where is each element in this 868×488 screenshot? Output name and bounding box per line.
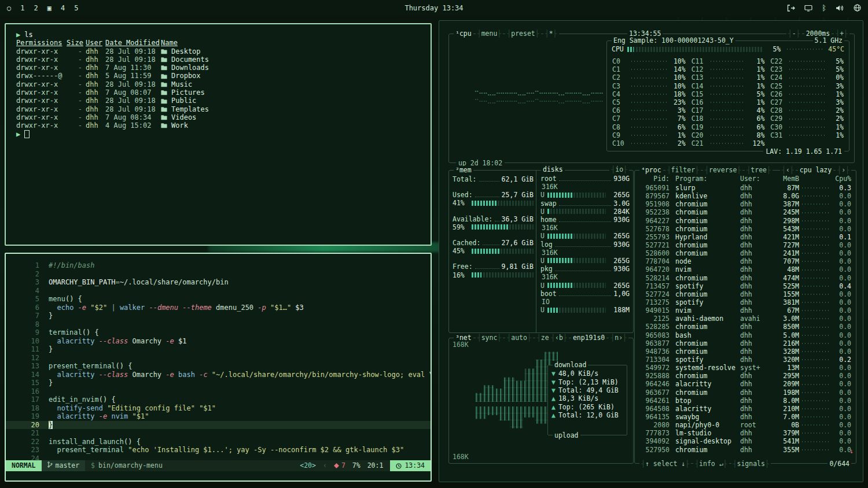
- process-mem: 543M: [774, 225, 799, 233]
- git-icon: [334, 463, 339, 468]
- editor-line[interactable]: 8: [6, 320, 431, 329]
- editor-line[interactable]: 1#!/bin/bash: [6, 261, 431, 270]
- workspace-indicator[interactable]: ○: [7, 4, 11, 12]
- preset-star[interactable]: *: [543, 29, 559, 38]
- editor-line[interactable]: 17edit_in_nvim() {: [6, 395, 431, 404]
- sort-prev-button[interactable]: ‹: [780, 166, 796, 174]
- process-row[interactable]: 948736chromiumdhh328M0.0: [639, 347, 851, 356]
- preset-button[interactable]: preset: [505, 29, 540, 38]
- process-row[interactable]: 777873lm-studiodhh379M0.0: [639, 429, 851, 437]
- process-row[interactable]: 965083bashdhh5.0M0.0: [639, 331, 851, 339]
- editor-line[interactable]: 6 echo -e "$2" | walker --dmenu --theme …: [6, 304, 431, 312]
- process-row[interactable]: 925888chromiumdhh295M0.0: [639, 372, 851, 380]
- iface-next-button[interactable]: n›: [609, 334, 628, 342]
- core-name: C2: [612, 73, 628, 82]
- process-cpu-graph: [801, 202, 831, 206]
- reverse-button[interactable]: reverse: [703, 166, 742, 174]
- process-row[interactable]: 964135swaybgdhh7.0M0.0: [639, 413, 851, 421]
- iface-prev-button[interactable]: ‹b: [549, 334, 569, 342]
- process-row[interactable]: 528214chromiumdhh474M0.0: [639, 274, 851, 282]
- editor-line[interactable]: 15}: [6, 379, 431, 387]
- menu-button[interactable]: menu: [476, 29, 503, 38]
- editor-line[interactable]: 11}: [6, 345, 431, 354]
- editor-line[interactable]: 10 alacritty --class Omarchy -e $1: [6, 337, 431, 346]
- system-tray: ᛒ: [787, 3, 861, 12]
- signals-button[interactable]: signals: [731, 460, 771, 468]
- bluetooth-icon[interactable]: ᛒ: [822, 3, 826, 12]
- workspace-2[interactable]: 2: [34, 4, 38, 12]
- process-row[interactable]: 527721chromiumdhh727M0.0: [639, 241, 851, 249]
- editor-line[interactable]: 13present_terminal() {: [6, 362, 431, 371]
- net-sync-button[interactable]: sync: [476, 334, 503, 342]
- select-button[interactable]: ↑ select ↓: [639, 460, 691, 468]
- filter-button[interactable]: filter: [665, 166, 701, 174]
- editor-line[interactable]: 2: [6, 270, 431, 279]
- process-row[interactable]: 963877chromiumdhh216M0.0: [639, 339, 851, 347]
- editor-line[interactable]: 20}: [6, 421, 431, 430]
- process-row[interactable]: 2080napi/phy0-0root0B0.0: [639, 421, 851, 429]
- process-row[interactable]: 255793Hyprlanddhh421M0.1: [639, 233, 851, 241]
- workspace-4[interactable]: 4: [61, 4, 65, 12]
- process-row[interactable]: 713457spotifydhh525M0.4: [639, 282, 851, 290]
- globe-icon[interactable]: [854, 4, 861, 12]
- process-row[interactable]: 394092signal-desktopdhh541M0.0: [639, 437, 851, 445]
- process-pid: 952238: [639, 208, 670, 216]
- volume-icon[interactable]: [836, 5, 844, 12]
- display-icon[interactable]: [804, 5, 812, 12]
- btop-proc-panel: ⁴proc filter reverse tree ‹ cpu lazy › P…: [634, 170, 856, 464]
- ls-user: dhh: [86, 80, 105, 88]
- process-row[interactable]: 964508alacrittydhh210M0.0: [639, 405, 851, 413]
- process-row[interactable]: 952238chromiumdhh245M0.0: [639, 208, 851, 216]
- process-row[interactable]: 713275spotifydhh381M0.0: [639, 298, 851, 306]
- process-row[interactable]: 527950chromiumdhh355M0.0: [639, 446, 851, 454]
- editor-lines[interactable]: 1#!/bin/bash23OMARCHY_BIN_PATH=~/.local/…: [6, 254, 431, 460]
- workspace-5[interactable]: 5: [74, 4, 78, 12]
- editor-line[interactable]: 5menu() {: [6, 295, 431, 304]
- process-row[interactable]: 964720nvimdhh48M0.0: [639, 265, 851, 273]
- tree-button[interactable]: tree: [745, 166, 773, 174]
- ls-name: Public: [161, 97, 431, 105]
- editor-line[interactable]: 21: [6, 429, 431, 438]
- editor-line[interactable]: 9terminal() {: [6, 328, 431, 337]
- process-row[interactable]: 527678chromiumdhh543M0.0: [639, 225, 851, 233]
- editor-line[interactable]: 19 alacritty -e nvim "$1": [6, 412, 431, 421]
- editor-line[interactable]: 24: [6, 454, 431, 461]
- process-row[interactable]: 879567kdenlivedhh8.0G0.0: [639, 192, 851, 200]
- editor-line[interactable]: 23 present_terminal "echo 'Installing $1…: [6, 446, 431, 454]
- process-row[interactable]: 964246alacrittydhh209M0.0: [639, 380, 851, 388]
- process-row[interactable]: 964261btopdhh8.0M0.0: [639, 397, 851, 405]
- scrollbar-down-icon[interactable]: ↓: [849, 447, 854, 455]
- process-row[interactable]: 528600chromiumdhh241M0.0: [639, 249, 851, 257]
- process-row[interactable]: 527724chromiumdhh155M0.0: [639, 290, 851, 298]
- process-row[interactable]: 951908chromiumdhh387M0.0: [639, 200, 851, 208]
- downloads-icon: [161, 65, 168, 71]
- process-name: chromium: [670, 274, 740, 282]
- info-button[interactable]: info ↵: [693, 460, 729, 468]
- process-row[interactable]: 964227chromiumdhh298M0.0: [639, 217, 851, 225]
- editor-line[interactable]: 14 alacritty --class Omarchy -e bash -c …: [6, 371, 431, 379]
- editor-line[interactable]: 16: [6, 387, 431, 396]
- process-row[interactable]: 713304spotifydhh320M0.2: [639, 356, 851, 364]
- process-row[interactable]: 949015nvimdhh67M0.0: [639, 306, 851, 315]
- logout-icon[interactable]: [787, 5, 795, 12]
- editor-line[interactable]: 3OMARCHY_BIN_PATH=~/.local/share/omarchy…: [6, 278, 431, 287]
- interval-decrease-button[interactable]: -: [786, 29, 802, 38]
- net-auto-button[interactable]: auto: [505, 334, 533, 342]
- cpu-percent: 5%: [766, 45, 781, 53]
- process-row[interactable]: 549972systemd-resolvesyst+13M0.0: [639, 364, 851, 372]
- process-row[interactable]: 778704nodedhh707M0.0: [639, 257, 851, 265]
- sort-next-button[interactable]: ›: [836, 166, 851, 174]
- workspace-active[interactable]: ▣: [47, 4, 52, 12]
- process-row[interactable]: 528285chromiumdhh850M0.0: [639, 323, 851, 331]
- desktop-icon: [161, 49, 168, 54]
- process-row[interactable]: 963677chromiumdhh198M0.0: [639, 389, 851, 397]
- editor-line[interactable]: 22install_and_launch() {: [6, 438, 431, 446]
- editor-line[interactable]: 18 notify-send "Editing config file" "$1…: [6, 404, 431, 413]
- workspace-1[interactable]: 1: [20, 4, 24, 12]
- editor-line[interactable]: 12: [6, 354, 431, 363]
- disk-used-label: U: [540, 191, 545, 199]
- editor-line[interactable]: 4: [6, 287, 431, 295]
- process-row[interactable]: 965091slurpdhh87M0.3: [639, 184, 851, 192]
- process-row[interactable]: 2125avahi-daemonavahi3.0M0.0: [639, 315, 851, 323]
- editor-line[interactable]: 7}: [6, 312, 431, 320]
